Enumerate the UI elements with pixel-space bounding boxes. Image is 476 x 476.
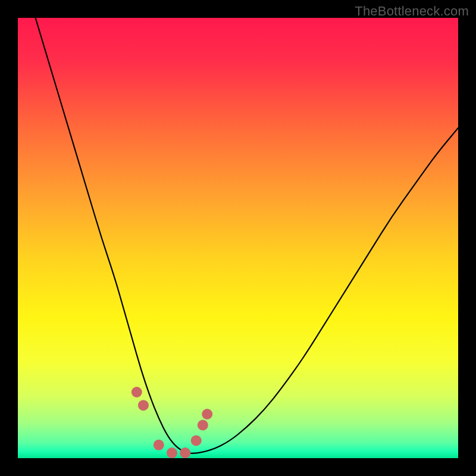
marker-point: [191, 435, 202, 446]
marker-point: [167, 447, 177, 458]
marker-point: [180, 447, 190, 458]
marker-point: [202, 409, 212, 419]
curve-layer: [18, 18, 458, 458]
marker-point: [198, 420, 208, 431]
marker-point: [154, 440, 164, 450]
bottleneck-curve: [36, 18, 458, 453]
markers-group: [131, 387, 212, 458]
plot-area: [18, 18, 458, 458]
chart-frame: TheBottleneck.com: [0, 0, 476, 476]
marker-point: [131, 387, 142, 397]
watermark-text: TheBottleneck.com: [355, 4, 469, 19]
marker-point: [138, 400, 149, 411]
